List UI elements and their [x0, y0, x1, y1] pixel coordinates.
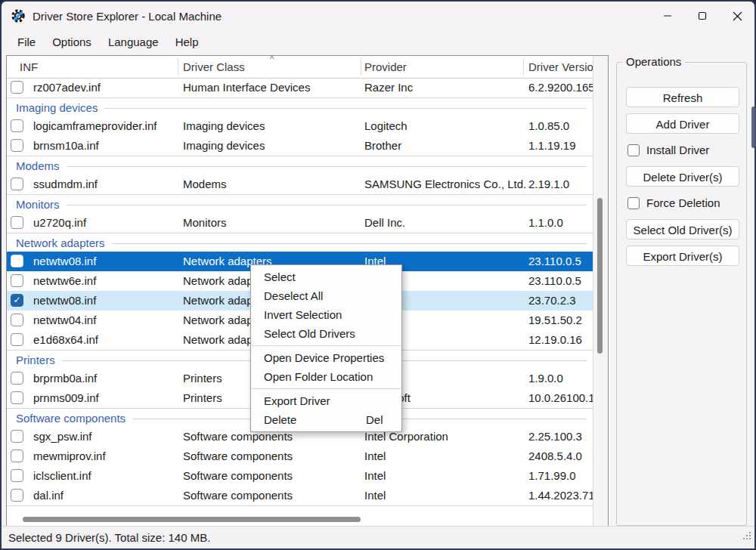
- add-driver-button[interactable]: Add Driver: [626, 113, 739, 134]
- cell-driver-class: Software components: [183, 446, 293, 466]
- context-menu-shortcut: Del: [366, 410, 383, 429]
- cell-inf: netwtw08.inf: [33, 291, 96, 311]
- cell-version: 2408.5.4.0: [528, 446, 582, 466]
- row-checkbox[interactable]: [11, 489, 23, 502]
- cell-inf: logicamframeprovider.inf: [33, 116, 156, 136]
- cell-version: 23.110.0.5: [528, 271, 581, 291]
- install-driver-checkbox[interactable]: Install Driver: [627, 144, 746, 156]
- row-checkbox[interactable]: [11, 391, 23, 404]
- group-row-network-adapters: Network adapters: [7, 233, 593, 252]
- cell-version: 6.2.9200.165: [528, 78, 593, 97]
- window-title: Driver Store Explorer - Local Machine: [33, 10, 222, 23]
- table-row[interactable]: u2720q.infMonitorsDell Inc.1.1.0.0: [7, 213, 593, 233]
- cell-inf: u2720q.inf: [33, 213, 86, 233]
- cell-provider: Intel: [364, 486, 386, 505]
- context-menu-item-select[interactable]: Select: [251, 267, 401, 286]
- group-rule-line: [112, 243, 587, 244]
- column-header-inf[interactable]: INF: [20, 60, 38, 73]
- row-checkbox[interactable]: ✓: [11, 294, 23, 307]
- horizontal-scrollbar-thumb[interactable]: [23, 517, 361, 522]
- row-checkbox[interactable]: [11, 372, 23, 385]
- row-checkbox[interactable]: [11, 178, 23, 190]
- row-checkbox[interactable]: [11, 119, 23, 132]
- menu-bar: FileOptionsLanguageHelp: [2, 30, 754, 54]
- menu-file[interactable]: File: [9, 32, 44, 51]
- table-row[interactable]: rz007adev.infHuman Interface DevicesRaze…: [7, 78, 593, 97]
- context-menu-item-select-old-drivers[interactable]: Select Old Drivers: [251, 324, 401, 343]
- cell-driver-class: Printers: [183, 388, 222, 408]
- group-label: Monitors: [16, 198, 60, 211]
- cell-driver-class: Software components: [183, 486, 293, 505]
- table-row[interactable]: ssudmdm.infModemsSAMSUNG Electronics Co.…: [7, 175, 593, 194]
- cell-inf: rz007adev.inf: [33, 78, 101, 97]
- close-button[interactable]: [720, 2, 754, 30]
- cell-version: 1.71.99.0: [528, 466, 576, 486]
- title-bar: Driver Store Explorer - Local Machine: [2, 2, 754, 30]
- maximize-button[interactable]: [685, 2, 720, 30]
- group-row-modems: Modems: [7, 156, 593, 175]
- resize-grip[interactable]: [743, 538, 745, 539]
- column-header-provider[interactable]: Provider: [364, 60, 407, 73]
- delete-drivers-button[interactable]: Delete Driver(s): [626, 166, 739, 187]
- group-label: Imaging devices: [16, 101, 98, 114]
- group-label: Modems: [16, 159, 60, 172]
- table-row[interactable]: brnsm10a.infImaging devicesBrother1.1.19…: [7, 136, 593, 156]
- cell-inf: ssudmdm.inf: [33, 175, 98, 194]
- cell-driver-class: Monitors: [183, 213, 227, 233]
- table-row[interactable]: logicamframeprovider.infImaging devicesL…: [7, 116, 593, 136]
- cell-inf: brprmb0a.inf: [33, 369, 97, 388]
- checkbox-label: Force Deletion: [646, 196, 720, 209]
- context-menu-item-open-device-properties[interactable]: Open Device Properties: [251, 348, 401, 367]
- row-checkbox[interactable]: [11, 430, 23, 443]
- row-checkbox[interactable]: [11, 216, 23, 229]
- table-row[interactable]: dal.infSoftware componentsIntel1.44.2023…: [7, 486, 593, 505]
- cell-inf: netwtw08.inf: [33, 252, 96, 271]
- context-menu-item-open-folder-location[interactable]: Open Folder Location: [251, 367, 401, 386]
- app-window: Driver Store Explorer - Local Machine Fi…: [0, 0, 756, 550]
- row-checkbox[interactable]: [11, 333, 23, 346]
- menu-options[interactable]: Options: [44, 32, 100, 51]
- group-label: Printers: [16, 354, 55, 366]
- cell-version: 2.25.100.3: [528, 427, 582, 446]
- row-checkbox[interactable]: [11, 314, 23, 326]
- context-menu-item-delete[interactable]: DeleteDel: [251, 410, 401, 429]
- cell-inf: iclsclient.inf: [33, 466, 91, 486]
- row-checkbox[interactable]: [11, 274, 23, 287]
- context-menu-item-export-driver[interactable]: Export Driver: [251, 391, 401, 410]
- cell-version: 19.51.50.2: [528, 311, 582, 330]
- table-row[interactable]: mewmiprov.infSoftware componentsIntel240…: [7, 446, 593, 466]
- operations-title: Operations: [622, 55, 685, 68]
- menu-help[interactable]: Help: [167, 32, 207, 51]
- checkbox-box[interactable]: [627, 144, 640, 156]
- header-separator: [523, 58, 524, 76]
- select-old-drivers-button[interactable]: Select Old Driver(s): [626, 219, 739, 239]
- cell-provider: Dell Inc.: [364, 213, 405, 233]
- context-menu-item-deselect-all[interactable]: Deselect All: [251, 286, 401, 305]
- status-bar: Selected 9 Driver(s). Total size: 140 MB…: [2, 526, 754, 548]
- row-checkbox[interactable]: [11, 81, 23, 94]
- row-checkbox[interactable]: [11, 255, 23, 267]
- column-header-class[interactable]: Driver Class: [183, 60, 245, 73]
- table-row[interactable]: iclsclient.infSoftware componentsIntel1.…: [7, 466, 593, 486]
- row-checkbox[interactable]: [11, 469, 23, 482]
- row-checkbox[interactable]: [11, 450, 23, 462]
- menu-language[interactable]: Language: [100, 32, 167, 51]
- cell-version: 10.0.26100.1: [528, 388, 593, 408]
- context-menu-separator: [252, 345, 401, 346]
- minimize-button[interactable]: [650, 2, 685, 30]
- group-row-monitors: Monitors: [7, 194, 593, 213]
- context-menu-item-invert-selection[interactable]: Invert Selection: [251, 305, 401, 324]
- checkbox-box[interactable]: [627, 197, 640, 209]
- cell-driver-class: Human Interface Devices: [183, 78, 310, 97]
- group-label: Network adapters: [16, 236, 105, 249]
- group-rule-line: [67, 205, 587, 205]
- cell-version: 23.70.2.3: [528, 291, 576, 311]
- refresh-button[interactable]: Refresh: [626, 87, 739, 107]
- vertical-scrollbar-thumb[interactable]: [597, 198, 603, 354]
- row-checkbox[interactable]: [11, 139, 23, 152]
- cell-version: 12.19.0.16: [528, 330, 582, 350]
- column-header-version[interactable]: Driver Versio: [528, 60, 593, 73]
- app-gear-wrench-icon: [11, 8, 26, 23]
- export-drivers-button[interactable]: Export Driver(s): [626, 246, 739, 266]
- force-deletion-checkbox[interactable]: Force Deletion: [627, 196, 746, 209]
